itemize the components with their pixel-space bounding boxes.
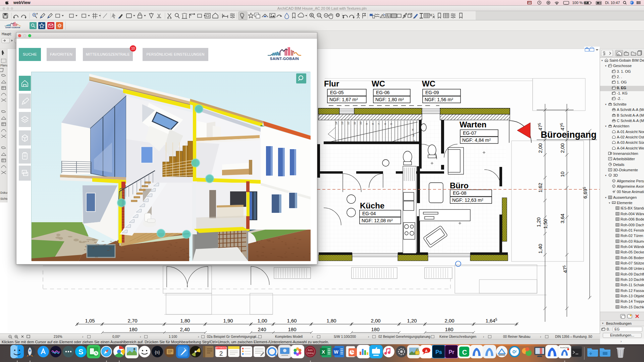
svg-text:Auto: Auto (308, 349, 313, 351)
svg-text:1,20: 1,20 (407, 318, 417, 323)
svg-text:2,40: 2,40 (180, 326, 190, 332)
svg-text:10: 10 (359, 122, 362, 125)
svg-text:W: W (334, 349, 338, 355)
svg-text:X: X (322, 349, 325, 355)
svg-text:100 %: 100 % (572, 1, 583, 5)
svg-text:NGF: 12,63 m2: NGF: 12,63 m2 (452, 197, 483, 203)
svg-text:WC: WC (422, 79, 435, 88)
svg-text:Büro: Büro (450, 181, 469, 190)
svg-text:5: 5 (390, 123, 393, 125)
svg-text:WC: WC (372, 79, 385, 88)
svg-text:3: 3 (413, 134, 414, 137)
svg-text:{s}: {s} (155, 350, 160, 355)
svg-text:2,00: 2,00 (559, 143, 565, 153)
svg-text:O⁽: O⁽ (513, 350, 517, 354)
svg-text:12: 12 (347, 122, 350, 125)
svg-text:NGF: 1,67 m2: NGF: 1,67 m2 (329, 97, 358, 102)
svg-text:SAINT-GOBAIN: SAINT-GOBAIN (5, 26, 20, 28)
svg-text:Pr: Pr (449, 349, 454, 355)
svg-text:EG-05: EG-05 (330, 90, 344, 95)
svg-text:C: C (462, 349, 467, 356)
svg-text:2,00: 2,00 (444, 318, 454, 323)
svg-text:NGF: 1,56 m2: NGF: 1,56 m2 (425, 97, 453, 102)
svg-text:6: 6 (384, 123, 387, 125)
svg-text:240: 240 (258, 326, 266, 332)
svg-text:Büroeingang: Büroeingang (541, 130, 597, 140)
svg-text:4: 4 (412, 128, 414, 131)
svg-text:2,00: 2,00 (537, 143, 543, 153)
svg-text:Ps: Ps (435, 349, 442, 355)
svg-text:8: 8 (371, 123, 374, 125)
svg-text:180: 180 (371, 326, 379, 332)
svg-text:EG-07: EG-07 (463, 130, 477, 136)
svg-text:1,00: 1,00 (257, 318, 267, 323)
svg-text:EG-06: EG-06 (376, 90, 390, 95)
svg-text:1,80: 1,80 (326, 318, 336, 323)
svg-text:2: 2 (219, 350, 223, 357)
svg-text:NGF: 12,08 m2: NGF: 12,08 m2 (362, 218, 393, 223)
svg-text:9: 9 (365, 123, 368, 125)
svg-text:EG-08: EG-08 (453, 190, 467, 196)
svg-text:3,64: 3,64 (559, 214, 565, 223)
svg-text:Online: Online (307, 352, 314, 354)
svg-text:x: x (433, 13, 434, 15)
svg-text:Sichte: Sichte (0, 197, 7, 200)
svg-text:SAINT-GOBAIN: SAINT-GOBAIN (270, 57, 299, 61)
svg-text:2,70: 2,70 (127, 318, 137, 323)
svg-text:S: S (78, 348, 84, 356)
svg-text:NGF: 4,84 m2: NGF: 4,84 m2 (462, 137, 491, 143)
svg-text:14: 14 (335, 122, 338, 125)
svg-text:1,90: 1,90 (223, 318, 233, 323)
svg-text:Dokun: Dokun (0, 191, 7, 194)
svg-text:7: 7 (377, 123, 380, 125)
svg-text:10: 10 (559, 172, 565, 177)
svg-text:13: 13 (341, 122, 344, 125)
svg-text:1,62: 1,62 (537, 183, 543, 192)
svg-text:Planur: Planur (0, 64, 7, 67)
svg-text:180: 180 (288, 326, 296, 332)
svg-text:180: 180 (129, 326, 137, 332)
svg-text:Küche: Küche (360, 201, 384, 210)
svg-text:NGF: 1,80 m2: NGF: 1,80 m2 (375, 97, 404, 102)
svg-text:11: 11 (353, 122, 356, 125)
svg-text:ArchiCAD: ArchiCAD (560, 347, 569, 349)
svg-text:Warten: Warten (460, 120, 486, 129)
svg-text:EG-04: EG-04 (362, 211, 376, 216)
svg-text:1,60: 1,60 (287, 318, 297, 323)
svg-text:1,50: 1,50 (542, 219, 548, 229)
svg-text:180: 180 (445, 326, 453, 332)
svg-text:A: A (425, 349, 428, 353)
svg-text:MITTWOCH: MITTWOCH (215, 347, 227, 349)
svg-text:1,40: 1,40 (537, 244, 543, 253)
svg-text:EG-09: EG-09 (425, 90, 439, 95)
svg-text:1,05: 1,05 (85, 318, 95, 323)
svg-text:2,00: 2,00 (371, 318, 380, 323)
svg-text:1,20: 1,20 (536, 217, 541, 227)
svg-text:Flur: Flur (324, 79, 339, 88)
svg-text:1,80: 1,80 (180, 318, 190, 323)
svg-text:Di. 10:47: Di. 10:47 (605, 1, 620, 5)
